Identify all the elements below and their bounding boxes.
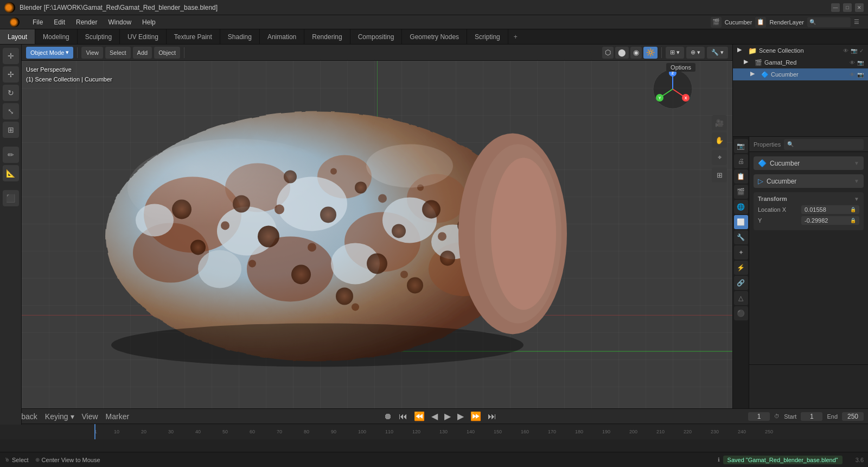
end-frame-input[interactable]: 250 bbox=[842, 412, 864, 421]
prev-frame-button[interactable]: ◀ bbox=[429, 411, 440, 421]
props-tab-data[interactable]: △ bbox=[734, 291, 748, 305]
rotate-tool[interactable]: ↻ bbox=[3, 85, 19, 101]
gizmo-toggle[interactable]: ⊕ ▾ bbox=[686, 47, 705, 59]
overlay-toggle[interactable]: ⊞ ▾ bbox=[666, 47, 684, 59]
next-frame-button[interactable]: ▶ bbox=[455, 411, 466, 421]
timeline-ruler[interactable]: 1 10 20 30 40 50 60 70 80 90 100 110 120… bbox=[0, 424, 868, 439]
tab-geometry-nodes[interactable]: Geometry Nodes bbox=[402, 29, 467, 44]
3d-viewport[interactable]: User Perspective (1) Scene Collection | … bbox=[22, 61, 732, 425]
menu-edit[interactable]: Edit bbox=[48, 17, 71, 27]
move-tool[interactable]: ✢ bbox=[3, 66, 19, 83]
close-button[interactable]: ✕ bbox=[855, 3, 864, 12]
magnify-button[interactable]: ⌖ bbox=[712, 150, 727, 165]
outliner-scene-collection[interactable]: ▶ 📁 Scene Collection 👁 📷 ✓ bbox=[733, 45, 868, 56]
data-name-display[interactable]: ▷ Cucumber ▼ bbox=[754, 174, 864, 188]
annotate-tool[interactable]: ✏ bbox=[3, 147, 19, 163]
visibility-icon[interactable]: 👁 bbox=[843, 48, 848, 54]
lock-icon-y[interactable]: 🔒 bbox=[850, 218, 856, 223]
render-icon-2[interactable]: 📷 bbox=[857, 60, 864, 66]
menu-file[interactable]: File bbox=[27, 17, 48, 27]
start-frame-input[interactable]: 1 bbox=[801, 412, 822, 421]
search-box[interactable]: 🔍 bbox=[807, 17, 851, 27]
measure-tool[interactable]: 📐 bbox=[3, 165, 19, 181]
play-button[interactable]: ▶ bbox=[442, 411, 453, 421]
current-frame-input[interactable]: 1 bbox=[748, 412, 770, 421]
filter-icon[interactable]: ☰ bbox=[854, 18, 859, 26]
transform-tool[interactable]: ⊞ bbox=[3, 122, 19, 138]
visibility-icon-2[interactable]: 👁 bbox=[850, 60, 855, 66]
props-tab-constraints[interactable]: 🔗 bbox=[734, 276, 748, 290]
menu-render[interactable]: Render bbox=[71, 17, 103, 27]
tab-layout[interactable]: Layout bbox=[0, 29, 35, 44]
props-search[interactable]: 🔍 bbox=[784, 139, 864, 150]
minimize-button[interactable]: — bbox=[831, 3, 840, 12]
object-menu[interactable]: Object bbox=[154, 47, 180, 59]
tab-texture-paint[interactable]: Texture Paint bbox=[167, 29, 220, 44]
tab-modeling[interactable]: Modeling bbox=[35, 29, 78, 44]
keying-menu[interactable]: Keying ▾ bbox=[43, 412, 76, 421]
vis-icon-3[interactable]: 👁 bbox=[850, 72, 855, 78]
view-camera-button[interactable]: 🎥 bbox=[712, 115, 727, 130]
location-y-value[interactable]: -0.29982 🔒 bbox=[801, 216, 859, 225]
ortho-button[interactable]: ⊞ bbox=[712, 167, 727, 182]
next-keyframe-button[interactable]: ⏩ bbox=[468, 411, 483, 421]
prev-keyframe-button[interactable]: ⏪ bbox=[412, 411, 427, 421]
lock-icon-x[interactable]: 🔒 bbox=[850, 207, 856, 212]
props-tab-particles[interactable]: ✦ bbox=[734, 245, 748, 260]
jump-start-button[interactable]: ⏮ bbox=[397, 412, 410, 421]
collection-path: (1) Scene Collection | Cucumber bbox=[26, 75, 112, 85]
shading-rendered[interactable]: 🔆 bbox=[643, 47, 658, 59]
view-menu-tl[interactable]: View bbox=[80, 412, 100, 421]
props-tab-render[interactable]: 📷 bbox=[734, 139, 748, 153]
tab-sculpting[interactable]: Sculpting bbox=[78, 29, 120, 44]
scale-tool[interactable]: ⤡ bbox=[3, 103, 19, 119]
props-tab-modifiers[interactable]: 🔧 bbox=[734, 230, 748, 244]
tab-scripting[interactable]: Scripting bbox=[467, 29, 508, 44]
props-tab-output[interactable]: 🖨 bbox=[734, 154, 748, 168]
mark-30: 30 bbox=[168, 429, 174, 434]
maximize-button[interactable]: □ bbox=[843, 3, 852, 12]
active-object-display[interactable]: 🔷 Cucumber ▼ bbox=[754, 156, 864, 170]
menu-window[interactable]: Window bbox=[103, 17, 137, 27]
object-mode-selector[interactable]: Object Mode ▾ bbox=[26, 47, 73, 59]
props-tab-physics[interactable]: ⚡ bbox=[734, 261, 748, 275]
shading-material[interactable]: ◉ bbox=[630, 47, 642, 59]
props-tab-material[interactable]: ⚫ bbox=[734, 306, 748, 320]
cursor-tool[interactable]: ✛ bbox=[3, 48, 19, 64]
viewport-options-button[interactable]: Options bbox=[666, 63, 695, 72]
navigation-gizmo[interactable]: Z X Y bbox=[651, 67, 694, 111]
props-tab-view-layer[interactable]: 📋 bbox=[734, 169, 748, 184]
tab-shading[interactable]: Shading bbox=[220, 29, 260, 44]
shading-wireframe[interactable]: ⬡ bbox=[602, 47, 614, 59]
window-controls[interactable]: — □ ✕ bbox=[831, 3, 864, 12]
add-menu[interactable]: Add bbox=[133, 47, 152, 59]
timeline-playhead[interactable] bbox=[94, 424, 95, 439]
hand-tool-button[interactable]: ✋ bbox=[712, 132, 727, 148]
add-workspace-button[interactable]: + bbox=[508, 29, 523, 44]
jump-end-button[interactable]: ⏭ bbox=[486, 412, 499, 421]
transform-collapse[interactable]: ▼ bbox=[854, 196, 859, 202]
render-icon-3[interactable]: 📷 bbox=[857, 72, 864, 78]
outliner-gamat-red[interactable]: ▶ 🎬 Gamat_Red 👁 📷 bbox=[733, 56, 868, 68]
record-button[interactable]: ⏺ bbox=[381, 412, 394, 421]
transform-header[interactable]: Transform ▼ bbox=[758, 195, 859, 202]
menu-help[interactable]: Help bbox=[137, 17, 161, 27]
tab-animation[interactable]: Animation bbox=[260, 29, 304, 44]
props-tab-scene[interactable]: 🎬 bbox=[734, 185, 748, 199]
tab-compositing[interactable]: Compositing bbox=[350, 29, 403, 44]
tab-uv-editing[interactable]: UV Editing bbox=[120, 29, 167, 44]
location-x-value[interactable]: 0.01558 🔒 bbox=[801, 205, 859, 214]
shading-solid[interactable]: ⬤ bbox=[615, 47, 629, 59]
marker-menu[interactable]: Marker bbox=[104, 412, 132, 421]
render-icon[interactable]: 📷 bbox=[851, 48, 857, 54]
outliner-cucumber[interactable]: ▶ 🔷 Cucumber 👁 📷 bbox=[733, 68, 868, 80]
props-tab-object[interactable]: ⬜ bbox=[734, 215, 748, 229]
tab-rendering[interactable]: Rendering bbox=[304, 29, 350, 44]
select-menu[interactable]: Select bbox=[105, 47, 131, 59]
view-menu[interactable]: View bbox=[81, 47, 103, 59]
exclude-icon[interactable]: ✓ bbox=[859, 48, 864, 54]
add-cube-tool[interactable]: ⬛ bbox=[3, 190, 19, 206]
menu-blender[interactable] bbox=[4, 16, 27, 28]
snap-toggle[interactable]: 🔧 ▾ bbox=[707, 47, 728, 59]
props-tab-world[interactable]: 🌐 bbox=[734, 200, 748, 214]
